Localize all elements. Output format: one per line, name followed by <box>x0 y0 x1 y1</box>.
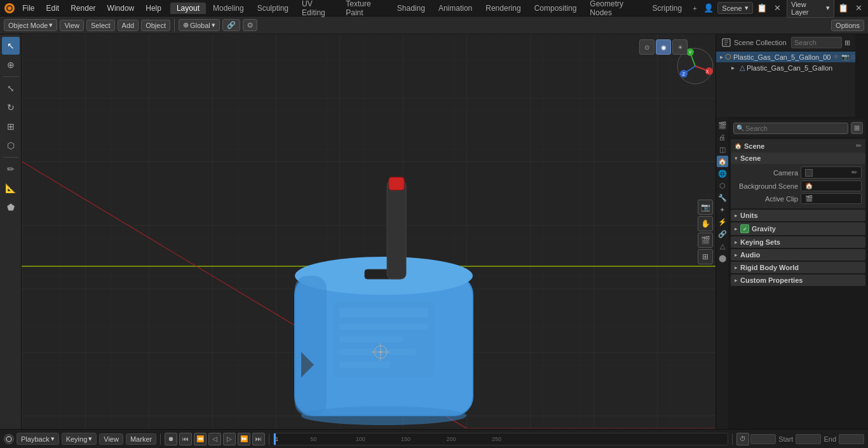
camera-view-button[interactable]: 📷 <box>698 200 713 215</box>
material-preview-btn[interactable]: ◉ <box>656 39 671 55</box>
jump-end-button[interactable]: ⏭ <box>252 433 265 445</box>
object-menu[interactable]: Object <box>141 20 170 31</box>
scene-section-header[interactable]: ▾ Scene <box>731 153 865 164</box>
outliner-item-gas-can[interactable]: ▸ △ Plastic_Gas_Can_5_Gallon <box>716 62 855 73</box>
view-layer-new-icon[interactable]: 📋 <box>837 1 850 15</box>
world-props-icon[interactable]: 🌐 <box>717 168 728 179</box>
step-back-button[interactable]: ⏪ <box>194 433 207 445</box>
step-forward-button[interactable]: ⏩ <box>238 433 250 445</box>
end-frame-input[interactable]: 250 <box>839 434 864 444</box>
outliner-item-gas-can-00[interactable]: ▸ ⬡ Plastic_Gas_Can_5_Gallon_00 👁 📷 ⊙ <box>716 51 855 62</box>
hand-tool-button[interactable]: ✋ <box>698 216 713 231</box>
menu-window[interactable]: Window <box>102 3 140 14</box>
viewport[interactable]: User Perspective (1) Scene Collection <box>22 34 715 429</box>
record-button[interactable]: ⏺ <box>165 433 177 445</box>
scene-selector[interactable]: Scene ▾ <box>717 2 752 14</box>
data-props-icon[interactable]: △ <box>717 240 728 252</box>
tab-rendering[interactable]: Rendering <box>479 3 527 14</box>
physics-props-icon[interactable]: ⚡ <box>717 216 728 227</box>
tab-texture-paint[interactable]: Texture Paint <box>339 0 390 18</box>
menu-file[interactable]: File <box>17 3 39 14</box>
tab-shading[interactable]: Shading <box>391 3 431 14</box>
menu-render[interactable]: Render <box>65 3 100 14</box>
blender-logo[interactable] <box>3 1 16 15</box>
scene-new-icon[interactable]: 📋 <box>756 1 769 15</box>
play-back-button[interactable]: ◁ <box>208 433 221 445</box>
modifier-props-icon[interactable]: 🔧 <box>717 192 728 203</box>
camera-lock-button[interactable]: 🎬 <box>698 233 713 248</box>
solid-shading-btn[interactable]: ⊙ <box>639 39 654 55</box>
keying-sets-header[interactable]: ▸ Keying Sets <box>731 236 865 248</box>
scene-header-options[interactable]: ✏ <box>856 142 862 150</box>
particles-props-icon[interactable]: ✦ <box>717 204 728 215</box>
view-menu[interactable]: View <box>60 20 84 31</box>
time-display-icon[interactable]: ⏱ <box>736 433 749 445</box>
view-layer-selector[interactable]: View Layer ▾ <box>787 0 834 18</box>
render-props-icon[interactable]: 🎬 <box>717 119 728 131</box>
tab-modeling[interactable]: Modeling <box>207 3 250 14</box>
view-layer-props-icon[interactable]: ◫ <box>717 144 728 155</box>
view-menu-tl[interactable]: View <box>99 433 123 445</box>
scale-tool[interactable]: ⊞ <box>2 118 20 135</box>
gravity-checkbox[interactable]: ✓ <box>740 224 749 233</box>
start-frame-input[interactable]: 1 <box>796 434 821 444</box>
transform-selector[interactable]: ⊕ Global ▾ <box>179 19 220 31</box>
timeline-track[interactable]: 1 50 100 150 200 250 <box>273 433 728 445</box>
rotate-tool[interactable]: ↻ <box>2 98 20 116</box>
tab-compositing[interactable]: Compositing <box>528 3 583 14</box>
camera-icon-0[interactable]: 📷 <box>841 53 849 60</box>
tab-animation[interactable]: Animation <box>432 3 478 14</box>
scene-delete-icon[interactable]: ✕ <box>771 1 784 15</box>
current-frame-input[interactable]: 1 <box>750 434 776 444</box>
add-menu[interactable]: Add <box>118 20 139 31</box>
material-props-icon[interactable]: ⬤ <box>717 252 728 264</box>
outliner-filter-icon[interactable]: ⊞ <box>844 39 850 47</box>
view-icon-0[interactable]: 👁 <box>833 53 839 60</box>
playback-menu[interactable]: Playback ▾ <box>17 433 59 445</box>
camera-edit-icon[interactable]: ✏ <box>851 168 857 177</box>
object-props-icon[interactable]: ⬡ <box>717 180 728 191</box>
measure-tool[interactable]: 📐 <box>2 179 20 197</box>
marker-menu[interactable]: Marker <box>126 433 156 445</box>
tab-scripting[interactable]: Scripting <box>646 3 688 14</box>
rigid-body-header[interactable]: ▸ Rigid Body World <box>731 262 865 273</box>
mode-selector[interactable]: Object Mode ▾ <box>4 19 57 31</box>
select-tool[interactable]: ↖ <box>2 37 20 55</box>
object-origin-tool[interactable]: ⬟ <box>2 198 20 216</box>
units-section-header[interactable]: ▸ Units <box>731 210 865 221</box>
active-clip-value[interactable]: 🎬 <box>801 193 862 204</box>
cursor-tool[interactable]: ⊕ <box>2 56 20 74</box>
annotate-tool[interactable]: ✏ <box>2 160 20 178</box>
options-button[interactable]: Options <box>831 20 864 31</box>
select-menu[interactable]: Select <box>86 20 115 31</box>
background-scene-value[interactable]: 🏠 <box>801 180 862 191</box>
tab-sculpting[interactable]: Sculpting <box>251 3 295 14</box>
transform-tool[interactable]: ⬡ <box>2 137 20 154</box>
timeline-mode-icon[interactable] <box>4 434 14 444</box>
snap-toggle[interactable]: 🔗 <box>222 19 240 31</box>
jump-start-button[interactable]: ⏮ <box>179 433 192 445</box>
custom-props-header[interactable]: ▸ Custom Properties <box>731 275 865 286</box>
gravity-section-header[interactable]: ▸ ✓ Gravity <box>731 222 865 235</box>
move-tool[interactable]: ⤡ <box>2 79 20 97</box>
tab-uv-editing[interactable]: UV Editing <box>295 0 339 18</box>
constraints-props-icon[interactable]: 🔗 <box>717 228 728 240</box>
camera-value[interactable]: ✏ <box>801 166 862 179</box>
add-workspace-button[interactable]: + <box>689 3 700 13</box>
audio-header[interactable]: ▸ Audio <box>731 249 865 261</box>
outliner-search-input[interactable] <box>791 37 842 48</box>
proportional-edit[interactable]: ⊙ <box>243 19 257 31</box>
tab-layout[interactable]: Layout <box>170 3 206 14</box>
rendered-btn[interactable]: ☀ <box>672 39 688 55</box>
render-icon-0[interactable]: ⊙ <box>851 53 856 60</box>
render-overlay-button[interactable]: ⊞ <box>698 249 713 264</box>
view-layer-delete-icon[interactable]: ✕ <box>852 1 865 15</box>
props-search-input[interactable] <box>745 125 845 132</box>
keying-menu[interactable]: Keying ▾ <box>62 433 97 445</box>
tab-geometry-nodes[interactable]: Geometry Nodes <box>583 0 645 18</box>
user-icon[interactable]: 👤 <box>702 1 715 15</box>
props-filter-button[interactable]: ⊞ <box>851 122 863 134</box>
menu-help[interactable]: Help <box>140 3 166 14</box>
play-forward-button[interactable]: ▷ <box>223 433 236 445</box>
output-props-icon[interactable]: 🖨 <box>717 132 728 143</box>
